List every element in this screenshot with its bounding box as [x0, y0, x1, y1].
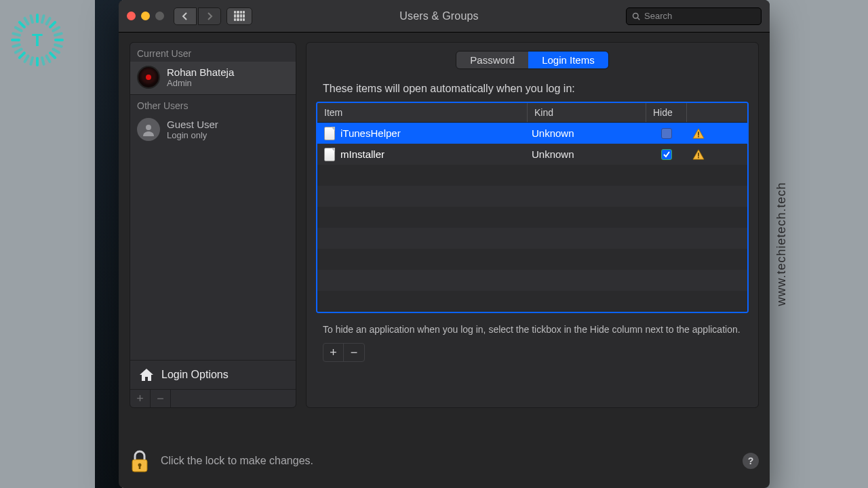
help-button[interactable]: ?	[743, 453, 759, 469]
remove-user-button[interactable]: −	[151, 390, 171, 407]
table-row-empty	[317, 186, 747, 207]
window-titlebar: Users & Groups Search	[119, 0, 770, 33]
users-sidebar: Current User Rohan Bhateja Admin Other U…	[130, 42, 296, 408]
login-items-description: These items will open automatically when…	[307, 69, 758, 102]
add-login-item-button[interactable]: +	[323, 344, 344, 361]
table-row[interactable]: mInstaller Unknown	[317, 144, 747, 165]
logo-letter: T	[11, 14, 64, 66]
column-header-hide[interactable]: Hide	[646, 103, 687, 122]
table-row-empty	[317, 165, 747, 186]
item-kind: Unknown	[528, 148, 646, 160]
table-row-empty	[317, 228, 747, 249]
current-user-header: Current User	[130, 43, 296, 62]
table-row-empty	[317, 207, 747, 228]
content-panel: Password Login Items These items will op…	[306, 42, 759, 408]
user-role: Login only	[167, 130, 218, 140]
svg-rect-5	[698, 152, 699, 156]
document-icon	[324, 127, 335, 140]
tab-group: Password Login Items	[456, 51, 608, 69]
user-name: Rohan Bhateja	[167, 66, 234, 78]
search-input[interactable]: Search	[626, 7, 762, 25]
window-title: Users & Groups	[252, 10, 626, 22]
minimize-window-button[interactable]	[141, 12, 150, 20]
user-name: Guest User	[167, 119, 218, 130]
tab-password[interactable]: Password	[456, 52, 528, 68]
warning-icon	[692, 128, 705, 139]
warning-icon	[692, 149, 705, 160]
close-window-button[interactable]	[127, 12, 136, 20]
svg-line-1	[637, 18, 639, 20]
site-logo: T	[11, 14, 64, 66]
add-user-button[interactable]: +	[130, 390, 151, 407]
table-row[interactable]: iTunesHelper Unknown	[317, 123, 747, 144]
svg-point-2	[146, 125, 151, 130]
svg-point-0	[633, 13, 639, 18]
table-row-empty	[317, 291, 747, 312]
table-row-empty	[317, 270, 747, 291]
user-role: Admin	[167, 78, 234, 88]
house-icon	[138, 367, 155, 382]
sidebar-user-current[interactable]: Rohan Bhateja Admin	[130, 62, 296, 94]
item-name: iTunesHelper	[340, 127, 401, 139]
sidebar-user-guest[interactable]: Guest User Login only	[130, 114, 296, 146]
svg-rect-3	[698, 131, 699, 135]
forward-button[interactable]	[198, 7, 221, 25]
column-header-kind[interactable]: Kind	[528, 103, 646, 122]
tab-login-items[interactable]: Login Items	[528, 52, 608, 68]
column-header-spacer	[687, 103, 747, 122]
hide-hint-text: To hide an application when you log in, …	[307, 313, 758, 343]
lock-icon[interactable]	[130, 449, 150, 473]
preferences-window: Users & Groups Search Current User Rohan…	[119, 0, 770, 488]
lock-text: Click the lock to make changes.	[161, 455, 313, 467]
watermark-text: www.techietech.tech	[774, 182, 789, 306]
login-items-table: Item Kind Hide iTunesHelper U	[316, 102, 749, 313]
person-icon	[142, 123, 155, 136]
item-name: mInstaller	[340, 148, 384, 160]
login-options-button[interactable]: Login Options	[130, 360, 296, 389]
other-users-header: Other Users	[130, 95, 296, 114]
zoom-window-button[interactable]	[155, 12, 164, 20]
grid-icon	[234, 11, 245, 22]
hide-checkbox[interactable]	[661, 149, 672, 160]
table-row-empty	[317, 249, 747, 270]
item-kind: Unknown	[528, 127, 646, 139]
svg-rect-6	[698, 157, 699, 158]
svg-rect-9	[139, 466, 141, 469]
remove-login-item-button[interactable]: −	[344, 344, 364, 361]
hide-checkbox[interactable]	[661, 128, 672, 139]
login-options-label: Login Options	[161, 369, 229, 381]
search-placeholder: Search	[644, 11, 672, 21]
avatar	[137, 118, 160, 141]
show-all-button[interactable]	[226, 7, 252, 25]
svg-rect-4	[698, 136, 699, 137]
search-icon	[632, 12, 640, 20]
back-button[interactable]	[174, 7, 197, 25]
document-icon	[324, 148, 335, 161]
column-header-item[interactable]: Item	[317, 103, 528, 122]
avatar	[137, 66, 160, 89]
